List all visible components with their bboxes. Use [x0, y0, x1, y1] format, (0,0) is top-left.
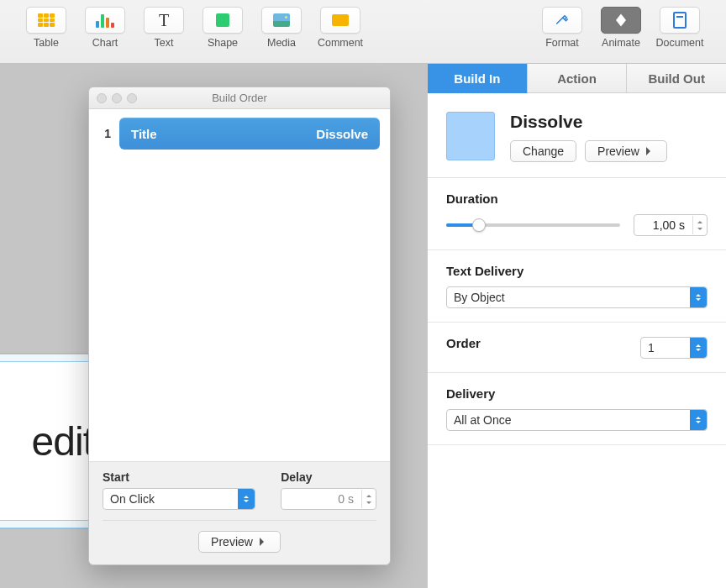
duration-section: Duration 1,00 s	[428, 178, 726, 250]
effect-name: Dissolve	[510, 112, 708, 132]
build-row-index: 1	[99, 127, 111, 140]
preview-button-label: Preview	[211, 535, 253, 549]
document-icon	[673, 12, 687, 29]
toolbar-shape[interactable]: Shape	[193, 7, 252, 63]
preview-button[interactable]: Preview	[198, 531, 281, 553]
chevron-updown-icon	[238, 489, 255, 509]
toolbar-comment-label: Comment	[318, 37, 363, 49]
tab-build-out[interactable]: Build Out	[627, 64, 726, 93]
start-field: Start On Click	[103, 470, 255, 510]
toolbar-chart-label: Chart	[92, 37, 118, 49]
order-value: 1	[648, 341, 655, 354]
chevron-updown-icon	[690, 410, 707, 430]
text-delivery-label: Text Delivery	[446, 264, 708, 278]
order-label: Order	[446, 336, 481, 350]
toolbar-comment[interactable]: Comment	[311, 7, 370, 63]
toolbar-format-label: Format	[545, 37, 579, 49]
play-icon	[260, 538, 268, 546]
start-label: Start	[103, 470, 255, 484]
tab-action[interactable]: Action	[528, 64, 628, 93]
change-button-label: Change	[523, 144, 564, 158]
table-icon	[38, 13, 55, 27]
format-icon	[555, 13, 570, 28]
toolbar-document[interactable]: Document	[650, 7, 709, 63]
effect-header: Dissolve Change Preview	[428, 93, 726, 178]
slide-title-text: edit	[32, 418, 93, 465]
toolbar-media[interactable]: Media	[252, 7, 311, 63]
toolbar-chart[interactable]: Chart	[76, 7, 134, 63]
duration-slider[interactable]	[446, 217, 620, 234]
text-icon: T	[159, 12, 169, 29]
order-select[interactable]: 1	[640, 337, 708, 359]
start-select[interactable]: On Click	[103, 488, 255, 510]
build-footer: Start On Click Delay 0 s	[89, 462, 390, 564]
chevron-updown-icon	[690, 338, 707, 358]
toolbar-left-group: Table Chart T Text Shape Media Comment	[17, 7, 370, 63]
stepper-arrows-icon[interactable]	[692, 216, 706, 234]
text-delivery-section: Text Delivery By Object	[428, 250, 726, 323]
stepper-arrows-icon[interactable]	[361, 490, 375, 508]
build-order-titlebar[interactable]: Build Order	[89, 87, 390, 109]
inspector-sidebar: Build In Action Build Out Dissolve Chang…	[427, 64, 726, 588]
media-icon	[273, 13, 290, 27]
delay-value: 0 s	[288, 492, 357, 506]
toolbar-animate[interactable]: Animate	[592, 7, 650, 63]
start-value: On Click	[110, 492, 155, 506]
order-section: Order 1	[428, 323, 726, 373]
preview-effect-label: Preview	[597, 144, 639, 158]
change-effect-button[interactable]: Change	[510, 140, 576, 162]
effect-thumbnail	[446, 112, 495, 160]
tab-build-in[interactable]: Build In	[428, 64, 528, 93]
slider-thumb[interactable]	[472, 218, 486, 232]
build-list[interactable]: 1 Title Dissolve	[89, 109, 390, 462]
build-order-window: Build Order 1 Title Dissolve Start On C	[88, 87, 391, 565]
slide-preview[interactable]: edit	[0, 353, 101, 529]
delay-label: Delay	[281, 470, 376, 484]
delivery-label: Delivery	[446, 386, 708, 401]
toolbar-right-group: Format Animate Document	[533, 7, 709, 63]
preview-effect-button[interactable]: Preview	[585, 140, 667, 162]
window-controls	[97, 93, 137, 103]
minimize-icon[interactable]	[112, 93, 122, 103]
close-icon[interactable]	[97, 93, 107, 103]
duration-value: 1,00 s	[641, 218, 688, 232]
delivery-select[interactable]: All at Once	[446, 409, 708, 431]
toolbar-text-label: Text	[155, 37, 174, 49]
toolbar-animate-label: Animate	[602, 37, 640, 49]
build-row[interactable]: 1 Title Dissolve	[99, 118, 380, 150]
chart-icon	[96, 13, 114, 28]
zoom-icon[interactable]	[127, 93, 137, 103]
toolbar-format[interactable]: Format	[533, 7, 592, 63]
build-row-pill[interactable]: Title Dissolve	[119, 118, 380, 150]
duration-label: Duration	[446, 192, 708, 206]
text-delivery-select[interactable]: By Object	[446, 286, 708, 308]
duration-stepper[interactable]: 1,00 s	[634, 214, 708, 236]
animate-icon	[613, 13, 629, 28]
chevron-updown-icon	[690, 287, 707, 307]
toolbar-text[interactable]: T Text	[134, 7, 193, 63]
text-delivery-value: By Object	[454, 291, 505, 304]
build-row-effect: Dissolve	[316, 127, 368, 141]
toolbar-document-label: Document	[656, 37, 704, 49]
toolbar-table[interactable]: Table	[17, 7, 76, 63]
delay-field: Delay 0 s	[281, 470, 376, 510]
delay-stepper[interactable]: 0 s	[281, 488, 376, 510]
play-icon	[646, 147, 655, 155]
toolbar-table-label: Table	[34, 37, 59, 49]
canvas-area[interactable]: edit Build Order 1 Title Dissolve	[0, 64, 427, 588]
main-toolbar: Table Chart T Text Shape Media Comment F…	[0, 0, 726, 64]
comment-icon	[332, 14, 349, 26]
build-row-name: Title	[131, 127, 157, 141]
toolbar-shape-label: Shape	[208, 37, 238, 49]
inspector-tabs: Build In Action Build Out	[428, 64, 726, 93]
main-area: edit Build Order 1 Title Dissolve	[0, 64, 726, 588]
delivery-value: All at Once	[454, 413, 511, 427]
shape-icon	[216, 13, 229, 27]
delivery-section: Delivery All at Once	[428, 373, 726, 445]
toolbar-media-label: Media	[267, 37, 296, 49]
